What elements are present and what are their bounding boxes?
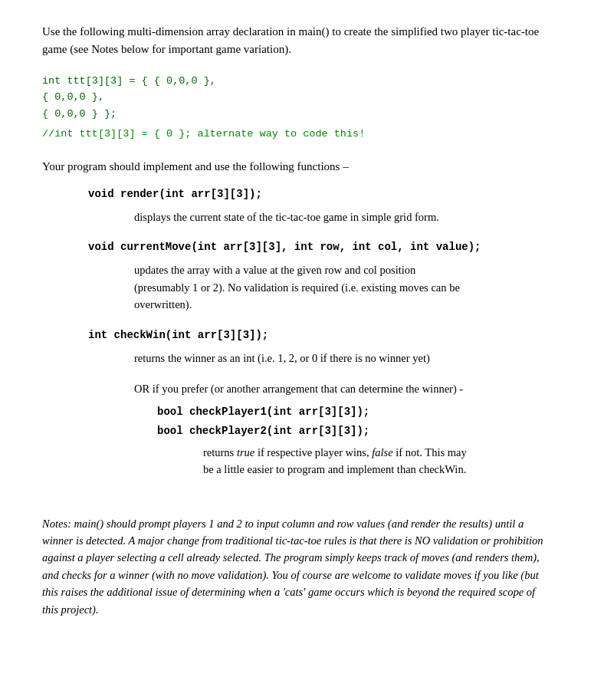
checkwin-signature: int checkWin(int arr[3][3]); [88,327,549,343]
notes-section: Notes: main() should prompt players 1 an… [42,515,549,619]
currentmove-description: updates the array with a value at the gi… [134,261,549,313]
checkplayer2-signature: bool checkPlayer2(int arr[3][3]); [157,423,549,439]
notes-label: Notes: [42,518,71,530]
render-function-block: void render(int arr[3][3]); displays the… [42,186,549,225]
checkplayer1-signature: bool checkPlayer1(int arr[3][3]); [157,404,549,420]
array-declaration: int ttt[3][3] = { { 0,0,0 }, { 0,0,0 }, … [42,73,549,123]
bool-description: returns true if respective player wins, … [203,444,549,478]
array-line-3: { 0,0,0 } }; [42,106,549,123]
notes-text: main() should prompt players 1 and 2 to … [42,518,543,616]
checkwin-description: returns the winner as an int (i.e. 1, 2,… [134,350,549,366]
checkplayer-block: bool checkPlayer1(int arr[3][3]); bool c… [157,404,549,478]
currentmove-signature: void currentMove(int arr[3][3], int row,… [88,239,549,255]
functions-heading: Your program should implement and use th… [42,158,549,176]
or-text: OR if you prefer (or another arrangement… [134,380,549,397]
array-line-1: int ttt[3][3] = { { 0,0,0 }, [42,73,549,90]
intro-paragraph: Use the following multi-dimension array … [42,23,549,59]
array-comment: //int ttt[3][3] = { 0 }; alternate way t… [42,127,549,142]
render-signature: void render(int arr[3][3]); [88,186,549,202]
checkwin-function-block: int checkWin(int arr[3][3]); returns the… [42,327,549,366]
render-description: displays the current state of the tic-ta… [134,209,549,225]
currentmove-function-block: void currentMove(int arr[3][3], int row,… [42,239,549,313]
array-line-2: { 0,0,0 }, [42,89,549,106]
